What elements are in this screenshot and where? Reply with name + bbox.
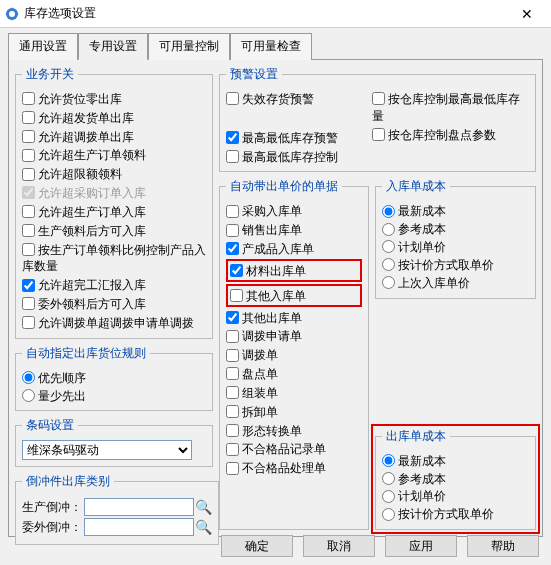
auto-price-item-2[interactable]: 产成品入库单 <box>226 240 362 257</box>
business-switch-item-5: 允许超采购订单入库 <box>22 184 206 201</box>
auto-loc-rule-option-0[interactable]: 优先顺序 <box>22 369 206 386</box>
alert-left-0[interactable]: 失效存货预警 <box>226 90 366 107</box>
business-switch-legend: 业务开关 <box>22 66 78 83</box>
in-cost-option-0[interactable]: 最新成本 <box>382 202 529 219</box>
in-cost-legend: 入库单成本 <box>382 178 450 195</box>
auto-price-group: 自动带出单价的单据 采购入库单销售出库单产成品入库单材料出库单其他入库单其他出库… <box>219 178 369 530</box>
titlebar: 库存选项设置 ✕ <box>0 0 551 28</box>
alert-left-1[interactable]: 最高最低库存预警 <box>226 129 366 146</box>
reverse-legend: 倒冲件出库类别 <box>22 473 114 490</box>
reverse-label-0: 生产倒冲： <box>22 499 84 516</box>
auto-price-legend: 自动带出单价的单据 <box>226 178 342 195</box>
business-switch-item-9[interactable]: 允许超完工汇报入库 <box>22 276 206 293</box>
auto-location-rule-group: 自动指定出库货位规则 优先顺序量少先出 <box>15 345 213 412</box>
in-cost-option-3[interactable]: 按计价方式取单价 <box>382 256 529 273</box>
business-switch-item-2[interactable]: 允许超调拨单出库 <box>22 128 206 145</box>
barcode-legend: 条码设置 <box>22 417 78 434</box>
auto-price-item-12[interactable]: 不合格品记录单 <box>226 440 362 457</box>
alert-left-2[interactable]: 最高最低库存控制 <box>226 148 366 165</box>
tab-general[interactable]: 通用设置 <box>8 33 78 60</box>
auto-price-item-6[interactable]: 调拨申请单 <box>226 327 362 344</box>
barcode-driver-select[interactable]: 维深条码驱动 <box>22 440 192 460</box>
auto-price-item-7[interactable]: 调拨单 <box>226 346 362 363</box>
apply-button[interactable]: 应用 <box>385 535 457 557</box>
search-icon[interactable]: 🔍 <box>194 518 212 536</box>
auto-location-rule-legend: 自动指定出库货位规则 <box>22 345 150 362</box>
out-cost-option-3[interactable]: 按计价方式取单价 <box>382 505 529 522</box>
out-cost-legend: 出库单成本 <box>382 428 450 445</box>
cancel-button[interactable]: 取消 <box>303 535 375 557</box>
close-button[interactable]: ✕ <box>507 2 547 26</box>
out-cost-option-1[interactable]: 参考成本 <box>382 470 529 487</box>
ok-button[interactable]: 确定 <box>221 535 293 557</box>
auto-price-item-4[interactable]: 其他入库单 <box>226 284 362 307</box>
auto-price-item-1[interactable]: 销售出库单 <box>226 221 362 238</box>
business-switch-item-8[interactable]: 按生产订单领料比例控制产品入库数量 <box>22 241 206 275</box>
business-switch-item-4[interactable]: 允许超限额领料 <box>22 165 206 182</box>
dialog-buttons: 确定 取消 应用 帮助 <box>221 535 539 557</box>
auto-loc-rule-option-1[interactable]: 量少先出 <box>22 387 206 404</box>
search-icon[interactable]: 🔍 <box>194 498 212 516</box>
reverse-row-1: 委外倒冲： 🔍 <box>22 518 212 536</box>
tab-panel: 业务开关 允许货位零出库允许超发货单出库允许超调拨单出库允许超生产订单领料允许超… <box>8 59 543 537</box>
business-switch-item-6[interactable]: 允许超生产订单入库 <box>22 203 206 220</box>
reverse-row-0: 生产倒冲： 🔍 <box>22 498 212 516</box>
out-cost-group: 出库单成本 最新成本参考成本计划单价按计价方式取单价 <box>375 428 536 530</box>
out-cost-option-2[interactable]: 计划单价 <box>382 487 529 504</box>
business-switch-item-7[interactable]: 生产领料后方可入库 <box>22 222 206 239</box>
in-cost-option-1[interactable]: 参考成本 <box>382 220 529 237</box>
auto-price-item-3[interactable]: 材料出库单 <box>226 259 362 282</box>
tab-special[interactable]: 专用设置 <box>78 33 148 60</box>
alert-group: 预警设置 失效存货预警最高最低库存预警最高最低库存控制 按仓库控制最高最低库存量… <box>219 66 536 172</box>
auto-price-item-10[interactable]: 拆卸单 <box>226 403 362 420</box>
in-cost-group: 入库单成本 最新成本参考成本计划单价按计价方式取单价上次入库单价 <box>375 178 536 298</box>
alert-right-0[interactable]: 按仓库控制最高最低库存量 <box>372 90 529 124</box>
auto-price-item-8[interactable]: 盘点单 <box>226 365 362 382</box>
business-switch-item-1[interactable]: 允许超发货单出库 <box>22 109 206 126</box>
reverse-input-0[interactable] <box>84 498 194 516</box>
out-cost-option-0[interactable]: 最新成本 <box>382 452 529 469</box>
business-switch-item-3[interactable]: 允许超生产订单领料 <box>22 146 206 163</box>
alert-right-1[interactable]: 按仓库控制盘点参数 <box>372 126 529 143</box>
alert-legend: 预警设置 <box>226 66 282 83</box>
business-switch-item-0[interactable]: 允许货位零出库 <box>22 90 206 107</box>
tab-bar: 通用设置 专用设置 可用量控制 可用量检查 <box>8 32 543 59</box>
auto-price-item-5[interactable]: 其他出库单 <box>226 309 362 326</box>
window-title: 库存选项设置 <box>24 5 96 22</box>
tab-available-control[interactable]: 可用量控制 <box>148 33 230 60</box>
in-cost-option-2[interactable]: 计划单价 <box>382 238 529 255</box>
auto-price-item-9[interactable]: 组装单 <box>226 384 362 401</box>
business-switch-group: 业务开关 允许货位零出库允许超发货单出库允许超调拨单出库允许超生产订单领料允许超… <box>15 66 213 339</box>
auto-price-item-13[interactable]: 不合格品处理单 <box>226 459 362 476</box>
in-cost-option-4[interactable]: 上次入库单价 <box>382 274 529 291</box>
barcode-group: 条码设置 维深条码驱动 <box>15 417 213 467</box>
help-button[interactable]: 帮助 <box>467 535 539 557</box>
tab-available-check[interactable]: 可用量检查 <box>230 33 312 60</box>
auto-price-item-11[interactable]: 形态转换单 <box>226 422 362 439</box>
app-icon <box>4 6 20 22</box>
svg-point-1 <box>9 11 15 17</box>
reverse-input-1[interactable] <box>84 518 194 536</box>
business-switch-item-10[interactable]: 委外领料后方可入库 <box>22 295 206 312</box>
reverse-group: 倒冲件出库类别 生产倒冲： 🔍 委外倒冲： 🔍 <box>15 473 219 545</box>
reverse-label-1: 委外倒冲： <box>22 519 84 536</box>
auto-price-item-0[interactable]: 采购入库单 <box>226 202 362 219</box>
business-switch-item-11[interactable]: 允许调拨单超调拨申请单调拨 <box>22 314 206 331</box>
